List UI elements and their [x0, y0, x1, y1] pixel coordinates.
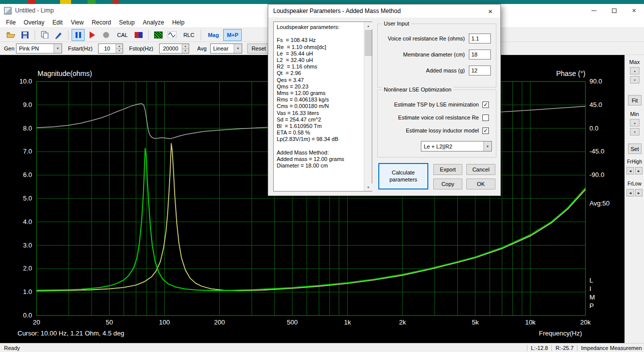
cal-button[interactable]: CAL [114, 29, 131, 41]
gen-label: Gen [4, 46, 15, 52]
menu-file[interactable]: File [2, 18, 20, 27]
background-fragment [28, 0, 36, 4]
fstart-up-button[interactable]: ▲ [116, 44, 123, 48]
svg-text:8.0: 8.0 [23, 124, 32, 132]
fstop-down-button[interactable]: ▼ [182, 48, 189, 54]
calculate-parameters-button[interactable]: Calculate parameters [378, 163, 428, 190]
menu-analyze[interactable]: Analyze [139, 18, 168, 27]
play-icon [90, 32, 95, 38]
svg-text:2k: 2k [399, 318, 406, 326]
scroll-down-icon[interactable]: ▼ [364, 184, 372, 191]
overlay-colors-button[interactable] [132, 29, 145, 41]
lse-optimization-group: Nonlinear LSE Optimization Estimate TSP … [377, 90, 496, 158]
fstop-stepper[interactable]: 20000 ▲ ▼ [159, 44, 189, 54]
frlow-left-button[interactable]: ◀ [626, 189, 634, 196]
re-field[interactable] [469, 34, 491, 44]
save-button[interactable] [19, 29, 32, 41]
fstop-up-button[interactable]: ▲ [182, 44, 189, 48]
inductor-model-select[interactable]: Le + L2||R2 ▼ [421, 141, 492, 152]
svg-text:P: P [589, 302, 594, 310]
svg-text:1k: 1k [344, 318, 351, 326]
reset-button[interactable]: Reset [247, 44, 270, 54]
fstart-down-button[interactable]: ▼ [116, 48, 123, 54]
menu-overlay[interactable]: Overlay [20, 18, 48, 27]
toolbar-separator [148, 30, 149, 40]
export-button[interactable]: Export [433, 164, 462, 175]
parameters-scrollbar[interactable]: ▲ ▼ [364, 22, 372, 191]
frhigh-right-button[interactable]: ▶ [635, 167, 642, 174]
frlow-right-button[interactable]: ▶ [635, 189, 642, 196]
estimate-tsp-checkbox[interactable]: ✓ [482, 102, 489, 108]
maximize-button[interactable] [604, 4, 624, 17]
loudspeaker-parameters-dialog: Loudspeaker Parameters - Added Mass Meth… [268, 4, 501, 196]
scrollbar-thumb[interactable] [365, 30, 372, 56]
menu-help[interactable]: Help [168, 18, 189, 27]
user-input-group: User Input Voice coil resistance Re (ohm… [377, 24, 496, 88]
menu-record[interactable]: Record [88, 18, 115, 27]
mag-phase-button[interactable]: M+P [223, 29, 242, 41]
open-file-button[interactable] [5, 29, 18, 41]
inductor-model-value: Le + L2||R2 [421, 144, 483, 150]
background-fragment [88, 0, 96, 4]
svg-text:2.0: 2.0 [23, 264, 32, 272]
screen: Untitled - Limp × File Overlay Edit View… [0, 0, 644, 352]
menu-setup[interactable]: Setup [115, 18, 139, 27]
play-button[interactable] [86, 29, 99, 41]
signal-generator-button[interactable] [166, 29, 179, 41]
frhigh-left-button[interactable]: ◀ [626, 167, 634, 174]
parameters-textbox[interactable]: Loudspeaker parameters: Fs = 108.43 Hz R… [273, 22, 372, 192]
averaging-select[interactable]: Linear ▼ [210, 44, 242, 54]
added-mass-field-label: Added mass (g) [426, 68, 465, 74]
toolbar-separator [35, 30, 35, 40]
estimate-inductor-checkbox[interactable]: ✓ [482, 128, 489, 134]
status-divider [527, 345, 527, 351]
max-down-button[interactable]: ▼ [630, 76, 639, 84]
max-up-button[interactable]: ▲ [630, 67, 639, 74]
estimate-inductor-row: Estimate lossy inductor model ✓ [381, 126, 489, 135]
background-fragment [60, 0, 71, 4]
cancel-button[interactable]: Cancel [466, 164, 495, 175]
estimate-re-checkbox[interactable] [482, 114, 489, 121]
spectrum-icon [154, 32, 163, 38]
dialog-close-button[interactable]: × [483, 6, 497, 16]
status-divider [577, 345, 577, 351]
fstart-stepper[interactable]: 10 ▲ ▼ [98, 44, 123, 54]
generator-type-value: Pink PN [17, 46, 54, 52]
svg-text:7.0: 7.0 [23, 148, 32, 155]
spectrum-button[interactable] [152, 29, 165, 41]
close-icon: × [632, 7, 636, 14]
menu-edit[interactable]: Edit [49, 18, 67, 27]
added-mass-field[interactable] [469, 66, 491, 76]
mag-button[interactable]: Mag [204, 29, 222, 41]
fit-button[interactable]: Fit [628, 95, 641, 106]
re-field-label: Voice coil resistance Re (ohms) [388, 36, 465, 42]
estimate-re-row: Estimate voice coil resistance Re [381, 113, 489, 122]
scroll-up-icon[interactable]: ▲ [364, 22, 372, 30]
estimate-re-label: Estimate voice coil resistance Re [398, 114, 479, 120]
generator-type-select[interactable]: Pink PN ▼ [16, 44, 62, 54]
cursor-readout: Cursor: 10.00 Hz, 1.21 Ohm, 4.5 deg [18, 330, 124, 337]
edit-pen-button[interactable] [52, 29, 65, 41]
copy-button[interactable]: Copy [433, 178, 462, 190]
maximize-icon [612, 8, 616, 13]
min-up-button[interactable]: ▲ [630, 119, 639, 126]
ok-button[interactable]: OK [466, 178, 495, 190]
svg-text:5.0: 5.0 [23, 194, 32, 202]
copy-graph-button[interactable] [38, 29, 51, 41]
diameter-field[interactable] [469, 50, 491, 60]
min-down-button[interactable]: ▼ [630, 128, 639, 136]
svg-text:4.0: 4.0 [23, 218, 32, 226]
pause-button[interactable] [72, 29, 85, 41]
rlc-button[interactable]: RLC [180, 29, 198, 41]
svg-text:0.0: 0.0 [589, 124, 598, 132]
close-button[interactable]: × [624, 4, 644, 17]
minimize-button[interactable] [584, 4, 604, 17]
svg-text:-90.0: -90.0 [589, 171, 604, 178]
svg-text:20: 20 [33, 318, 40, 326]
svg-text:3.0: 3.0 [23, 242, 32, 249]
max-label: Max [625, 59, 644, 65]
fstop-value: 20000 [160, 44, 182, 53]
menu-view[interactable]: View [67, 18, 88, 27]
stop-button[interactable] [100, 29, 113, 41]
set-button[interactable]: Set [628, 144, 641, 154]
